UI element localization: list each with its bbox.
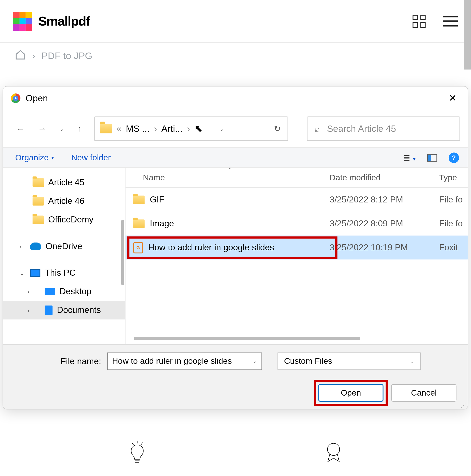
close-icon[interactable]: ✕ [445,91,460,106]
address-bar[interactable]: « MS ... › Arti... › ⬉ ⌄ ↻ [94,117,288,141]
home-icon[interactable] [15,49,26,63]
tree-item-officedemy[interactable]: OfficeDemy [3,210,125,229]
tree-item-desktop[interactable]: ›Desktop [3,282,125,301]
breadcrumb-page[interactable]: PDF to JPG [41,51,92,62]
path-overflow-icon[interactable]: « [116,123,121,134]
tree-item-onedrive[interactable]: ›OneDrive [3,237,125,255]
column-date[interactable]: Date modified [330,173,439,182]
dialog-footer: File name: How to add ruler in google sl… [3,344,468,409]
organize-menu[interactable]: Organize ▾ [15,153,54,162]
file-list: ⌃ Name Date modified Type GIF 3/25/2022 … [125,168,468,344]
chevron-right-icon[interactable]: › [19,243,26,250]
monitor-icon [30,269,40,277]
desktop-icon [45,288,55,295]
chevron-down-icon: ⌄ [410,358,414,364]
folder-icon [32,178,44,187]
new-folder-button[interactable]: New folder [71,153,111,162]
chevron-down-icon[interactable]: ⌄ [253,358,257,364]
help-icon[interactable]: ? [449,152,459,163]
svg-line-3 [141,442,143,445]
tree-scrollbar[interactable] [121,220,124,285]
folder-icon [100,124,112,133]
award-badge-icon [322,440,346,466]
up-one-level-icon[interactable]: ↑ [77,124,81,133]
search-icon: ⌕ [314,123,320,134]
file-row-folder[interactable]: Image 3/25/2022 8:09 PM File fo [125,212,468,236]
chevron-down-icon[interactable]: ⌄ [19,269,26,276]
folder-icon [133,219,145,228]
dialog-nav: ← → ⌄ ↑ « MS ... › Arti... › ⬉ ⌄ ↻ ⌕ Sea… [3,110,468,147]
site-header: Smallpdf [0,0,471,43]
open-button[interactable]: Open [318,384,384,402]
tree-item-article-46[interactable]: Article 46 [3,192,125,210]
brand-title: Smallpdf [38,14,90,29]
documents-icon [45,306,53,315]
list-scrollbar[interactable] [134,337,360,340]
breadcrumb-separator: › [32,51,35,62]
smallpdf-logo-icon [13,12,32,31]
page-scrollbar[interactable] [464,0,471,69]
svg-line-2 [132,442,133,445]
dialog-toolbar: Organize ▾ New folder ≣ ▾ ? [3,147,468,168]
folder-icon [32,215,44,224]
recent-dropdown-icon[interactable]: ⌄ [59,125,64,132]
dialog-title: Open [26,93,48,103]
chrome-icon [11,93,20,103]
file-type-filter[interactable]: Custom Files ⌄ [277,353,421,370]
pdf-file-icon [133,242,143,253]
mouse-cursor-icon: ⬉ [195,123,202,134]
folder-tree: Article 45 Article 46 OfficeDemy ›OneDri… [3,168,125,344]
brand[interactable]: Smallpdf [13,12,90,31]
chevron-right-icon[interactable]: › [187,123,190,134]
chevron-right-icon[interactable]: › [154,123,157,134]
tools-grid-icon[interactable] [413,15,426,28]
back-icon[interactable]: ← [16,124,25,134]
tree-item-this-pc[interactable]: ⌄This PC [3,263,125,282]
refresh-icon[interactable]: ↻ [272,124,282,133]
chevron-right-icon[interactable]: › [27,306,33,314]
search-placeholder: Search Article 45 [327,123,396,134]
preview-pane-button[interactable] [427,154,437,162]
dialog-titlebar: Open ✕ [3,86,468,110]
file-row-pdf[interactable]: How to add ruler in google slides 3/25/2… [125,236,468,260]
path-seg-1[interactable]: MS ... [126,123,150,134]
cancel-button[interactable]: Cancel [391,384,457,402]
column-type[interactable]: Type [439,173,468,182]
address-dropdown-icon[interactable]: ⌄ [207,125,228,132]
chevron-right-icon[interactable]: › [27,288,33,295]
tree-item-article-45[interactable]: Article 45 [3,173,125,191]
chevron-down-icon: ▾ [51,154,54,161]
file-row-folder[interactable]: GIF 3/25/2022 8:12 PM File fo [125,188,468,212]
file-name-input[interactable]: How to add ruler in google slides ⌄ [107,353,262,370]
path-seg-2[interactable]: Arti... [162,123,183,134]
column-headers[interactable]: ⌃ Name Date modified Type [125,168,468,188]
hamburger-menu-icon[interactable] [443,16,458,26]
file-name-label: File name: [14,356,101,366]
feature-icons-row [0,440,471,466]
folder-icon [133,195,145,204]
folder-icon [32,197,44,205]
sort-indicator-icon: ⌃ [228,166,232,172]
column-name[interactable]: Name [125,173,330,182]
tree-item-documents[interactable]: ›Documents [3,301,125,319]
resize-grip-icon[interactable]: ⋰ [461,403,466,408]
forward-icon[interactable]: → [38,124,47,134]
onedrive-icon [30,242,41,250]
svg-point-5 [327,443,340,455]
search-input[interactable]: ⌕ Search Article 45 [307,117,460,141]
view-mode-button[interactable]: ≣ ▾ [403,152,416,163]
lightbulb-icon [125,440,149,466]
breadcrumb: › PDF to JPG [0,43,471,69]
file-open-dialog: Open ✕ ← → ⌄ ↑ « MS ... › Arti... › ⬉ ⌄ … [2,86,468,409]
